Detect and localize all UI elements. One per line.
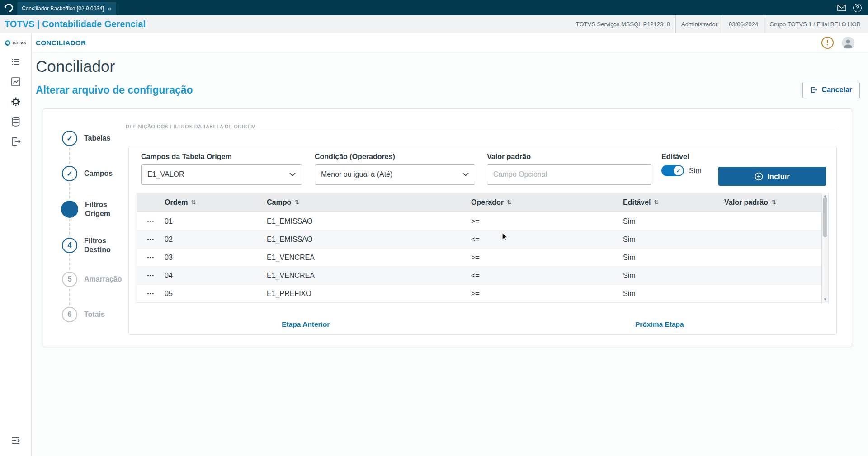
sidebar: TOTVS: [0, 33, 32, 456]
branch-info: Grupo TOTVS 1 / Filial BELO HOR: [764, 15, 866, 33]
editavel-toggle[interactable]: ✓: [661, 165, 684, 176]
step-number: 5: [62, 272, 77, 287]
table-row: ••• 02 E1_EMISSAO <= Sim: [137, 230, 828, 249]
user-icon: [842, 37, 854, 49]
avatar[interactable]: [842, 37, 854, 49]
step-connector: [69, 254, 70, 270]
step-check-icon: ✓: [62, 131, 77, 146]
sort-icon: ⇅: [507, 199, 512, 206]
cell-editavel: Sim: [623, 217, 724, 226]
section-title: DEFINIÇÃO DOS FILTROS DA TABELA DE ORIGE…: [126, 124, 255, 129]
cell-editavel: Sim: [623, 254, 724, 262]
step-number: 4: [62, 238, 77, 253]
table-body: ••• 01 E1_EMISSAO >= Sim ••• 02 E1_EMISS…: [137, 212, 828, 303]
step-totais[interactable]: 6 Totais: [62, 307, 127, 322]
row-actions-button[interactable]: •••: [145, 235, 156, 244]
backoffice-logo-icon: [3, 2, 15, 14]
chevron-down-icon: [462, 173, 469, 177]
column-header-operador[interactable]: Operador⇅: [471, 198, 623, 207]
origin-field-select[interactable]: E1_VALOR: [141, 164, 302, 185]
cell-campo: E1_EMISSAO: [267, 217, 471, 226]
step-connector: [69, 219, 70, 235]
plus-circle-icon: [755, 172, 763, 181]
page-subtitle: Alterar arquivo de configuração: [36, 84, 193, 96]
dashboard-chart-icon[interactable]: [6, 72, 26, 92]
step-check-icon: ✓: [62, 166, 77, 181]
section-divider: DEFINIÇÃO DOS FILTROS DA TABELA DE ORIGE…: [126, 124, 836, 129]
environment-info: TOTVS Serviços MSSQL P1212310: [571, 15, 675, 33]
scrollbar-thumb[interactable]: [823, 197, 827, 237]
step-filtros-origem[interactable]: Filtros Origem: [61, 200, 128, 218]
database-icon[interactable]: [6, 112, 26, 132]
main-content: CONCILIADOR ! Conciliador Alterar arquiv…: [32, 33, 868, 456]
condition-field-select[interactable]: Menor ou igual a (Até): [315, 164, 475, 185]
cell-editavel: Sim: [623, 235, 724, 244]
editavel-label: Editável: [661, 153, 702, 161]
brand-title: TOTVS | Contabilidade Gerencial: [5, 19, 146, 29]
table-header: Ordem⇅ Campo⇅ Operador⇅ Editável⇅ Valor …: [137, 193, 828, 212]
cancel-button[interactable]: Cancelar: [802, 82, 860, 98]
tab-title: Conciliador Backoffice [02.9.0034]: [22, 5, 104, 12]
step-amarracao[interactable]: 5 Amarração: [62, 272, 127, 287]
sort-icon: ⇅: [771, 199, 776, 206]
origin-field-group: Campos da Tabela Origem E1_VALOR: [141, 153, 302, 185]
editavel-toggle-value: Sim: [689, 167, 702, 175]
next-step-link[interactable]: Próxima Etapa: [483, 320, 837, 329]
menu-list-icon[interactable]: [6, 52, 26, 72]
default-value-group: Valor padrão: [487, 153, 651, 185]
cell-campo: E1_PREFIXO: [267, 290, 471, 298]
row-actions-button[interactable]: •••: [145, 217, 156, 226]
totvs-logo: TOTVS: [5, 38, 26, 47]
row-actions-button[interactable]: •••: [145, 253, 156, 262]
row-actions-button[interactable]: •••: [145, 271, 156, 280]
cell-operador: <=: [471, 235, 623, 244]
cell-ordem: 05: [165, 290, 267, 298]
settings-gear-icon[interactable]: [6, 92, 26, 112]
toggle-check-icon: ✓: [676, 168, 680, 174]
user-info: Administrador: [675, 15, 723, 33]
default-value-input[interactable]: [487, 164, 651, 185]
column-header-valor-padrao[interactable]: Valor padrão⇅: [724, 198, 828, 207]
session-info: TOTVS Serviços MSSQL P1212310 Administra…: [571, 15, 866, 33]
editavel-group: Editável ✓ Sim: [661, 153, 702, 176]
cell-operador: >=: [471, 254, 623, 262]
chevron-down-icon: [289, 173, 296, 177]
scroll-down-icon[interactable]: ▼: [823, 298, 827, 301]
row-actions-button[interactable]: •••: [145, 289, 156, 298]
date-info: 03/06/2024: [723, 15, 764, 33]
close-icon[interactable]: ×: [108, 5, 112, 12]
cell-editavel: Sim: [623, 290, 724, 298]
step-campos[interactable]: ✓ Campos: [62, 166, 127, 181]
wizard-card: ✓ Tabelas ✓ Campos Filtros Origem 4 Filt…: [43, 108, 852, 347]
step-active-circle: [61, 201, 78, 218]
logout-icon[interactable]: [6, 132, 26, 151]
filters-table: Ordem⇅ Campo⇅ Operador⇅ Editável⇅ Valor …: [137, 193, 829, 303]
table-row: ••• 03 E1_VENCREA >= Sim: [137, 249, 828, 267]
step-filtros-destino[interactable]: 4 Filtros Destino: [62, 236, 127, 254]
condition-field-group: Condição (Operadores) Menor ou igual a (…: [315, 153, 475, 185]
step-connector: [69, 148, 70, 164]
column-header-campo[interactable]: Campo⇅: [267, 198, 471, 207]
mail-icon[interactable]: [837, 5, 846, 11]
column-header-ordem[interactable]: Ordem⇅: [165, 198, 267, 207]
sort-icon: ⇅: [294, 199, 299, 206]
origin-field-value: E1_VALOR: [147, 170, 184, 179]
app-tab[interactable]: Conciliador Backoffice [02.9.0034] ×: [17, 2, 116, 15]
step-tabelas[interactable]: ✓ Tabelas: [62, 131, 127, 146]
condition-field-label: Condição (Operadores): [315, 153, 475, 161]
sort-icon: ⇅: [654, 199, 659, 206]
incluir-button[interactable]: Incluir: [718, 167, 826, 186]
help-icon[interactable]: ?: [853, 4, 862, 12]
notification-warning-icon[interactable]: !: [821, 37, 834, 49]
filters-panel: Campos da Tabela Origem E1_VALOR Condiçã…: [128, 146, 837, 335]
condition-field-value: Menor ou igual a (Até): [321, 170, 392, 179]
expand-menu-icon[interactable]: [6, 431, 26, 451]
column-header-editavel[interactable]: Editável⇅: [623, 198, 724, 207]
previous-step-link[interactable]: Etapa Anterior: [129, 320, 483, 329]
module-title: CONCILIADOR: [36, 39, 86, 47]
app-header: TOTVS | Contabilidade Gerencial TOTVS Se…: [0, 15, 868, 33]
table-row: ••• 01 E1_EMISSAO >= Sim: [137, 212, 828, 230]
table-scrollbar[interactable]: ▲ ▼: [821, 193, 828, 303]
cell-campo: E1_VENCREA: [267, 272, 471, 280]
table-row: ••• 05 E1_PREFIXO >= Sim: [137, 285, 828, 303]
